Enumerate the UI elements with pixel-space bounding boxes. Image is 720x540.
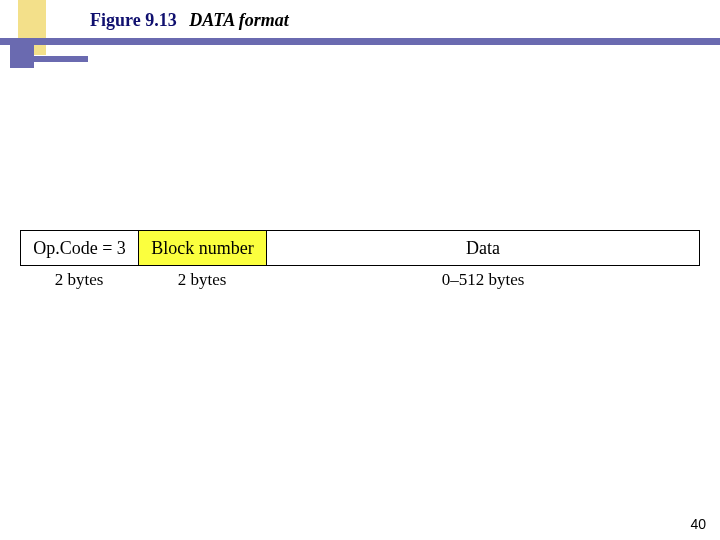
figure-title: Figure 9.13 DATA format bbox=[90, 10, 289, 31]
size-opcode: 2 bytes bbox=[20, 270, 138, 290]
packet-fields-row: Op.Code = 3 Block number Data bbox=[20, 230, 700, 266]
page-number: 40 bbox=[690, 516, 706, 532]
figure-number: Figure 9.13 bbox=[90, 10, 177, 30]
size-block-number: 2 bytes bbox=[138, 270, 266, 290]
field-block-number: Block number bbox=[139, 231, 267, 265]
slide-accent-deco bbox=[0, 0, 100, 80]
packet-sizes-row: 2 bytes 2 bytes 0–512 bytes bbox=[20, 270, 700, 290]
size-data: 0–512 bytes bbox=[266, 270, 700, 290]
field-data: Data bbox=[267, 231, 699, 265]
field-opcode: Op.Code = 3 bbox=[21, 231, 139, 265]
figure-name: DATA format bbox=[189, 10, 289, 30]
packet-diagram: Op.Code = 3 Block number Data 2 bytes 2 … bbox=[20, 230, 700, 290]
